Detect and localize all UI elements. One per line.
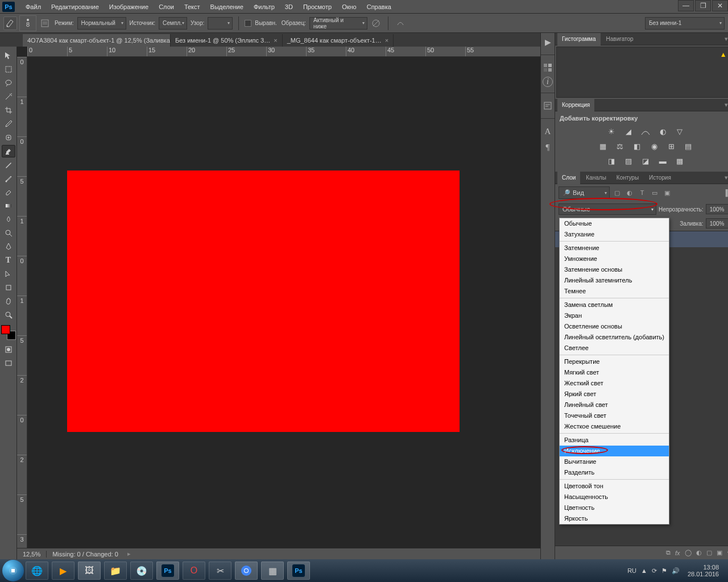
blend-mode-option[interactable]: Линейный затемнитель xyxy=(560,275,669,286)
blend-mode-option[interactable]: Цветность xyxy=(560,502,669,513)
mode-dropdown[interactable]: Нормальный xyxy=(77,17,126,30)
type-tool[interactable]: T xyxy=(2,254,15,267)
play-icon[interactable]: ▶ xyxy=(541,35,555,49)
tray-volume-icon[interactable]: 🔊 xyxy=(672,567,680,575)
info-icon[interactable]: i xyxy=(543,77,553,87)
photo-filter-icon[interactable]: ◉ xyxy=(648,141,660,151)
taskbar-ps2[interactable]: Ps xyxy=(287,562,310,580)
blend-mode-option[interactable]: Затухание xyxy=(560,229,669,240)
document-tab[interactable]: _MG_8644 как смарт-объект-1… × xyxy=(283,34,394,47)
bw-icon[interactable]: ◧ xyxy=(631,141,643,151)
blend-mode-option[interactable]: Цветовой тон xyxy=(560,481,669,492)
blend-mode-option[interactable]: Разделить xyxy=(560,467,669,478)
taskbar-photo[interactable]: 🖼 xyxy=(78,562,101,580)
taskbar-snip[interactable]: ✂ xyxy=(209,562,231,580)
document-tab[interactable]: 4O7A3804 как смарт-объект-1 @ 12,5% (Зал… xyxy=(23,34,171,47)
navigator-tab[interactable]: Навигатор xyxy=(602,33,638,45)
blend-mode-option[interactable]: Обычные xyxy=(560,218,669,229)
layer-filter-dropdown[interactable]: 🔎Вид xyxy=(559,186,610,199)
path-select-tool[interactable] xyxy=(2,268,15,280)
paths-tab[interactable]: Контуры xyxy=(612,172,643,184)
crop-tool[interactable] xyxy=(2,104,15,117)
taskbar-disc[interactable]: 💿 xyxy=(130,562,153,580)
fill-value[interactable]: 100% xyxy=(706,218,728,228)
eraser-tool[interactable] xyxy=(2,186,15,198)
history-brush-tool[interactable] xyxy=(2,172,15,185)
pattern-dropdown[interactable] xyxy=(208,17,233,30)
pen-tool[interactable] xyxy=(2,240,15,253)
menu-edit[interactable]: Редактирование xyxy=(46,0,104,14)
blend-mode-option[interactable]: Мягкий свет xyxy=(560,367,669,378)
pressure-icon[interactable] xyxy=(394,17,407,30)
sample-dropdown[interactable]: Активный и ниже xyxy=(309,17,367,30)
brush-size-preview[interactable]: 8 xyxy=(19,15,36,31)
history-tab[interactable]: История xyxy=(644,172,676,184)
paragraph-icon[interactable]: ¶ xyxy=(541,140,555,154)
blend-mode-option[interactable]: Исключение xyxy=(560,446,669,456)
shape-tool[interactable] xyxy=(2,281,15,294)
filter-smart-icon[interactable]: ▣ xyxy=(662,188,672,198)
opacity-value[interactable]: 100% xyxy=(706,204,728,214)
gradient-tool[interactable] xyxy=(2,199,15,212)
marquee-tool[interactable] xyxy=(2,63,15,76)
blend-mode-option[interactable]: Линейный свет xyxy=(560,400,669,410)
ignore-adjust-icon[interactable] xyxy=(370,17,382,30)
channel-mixer-icon[interactable]: ⊞ xyxy=(665,141,677,151)
eyedropper-tool[interactable] xyxy=(2,118,15,130)
blend-mode-option[interactable]: Светлее xyxy=(560,343,669,354)
blend-mode-option[interactable]: Разница xyxy=(560,435,669,446)
blend-mode-option[interactable]: Жесткий свет xyxy=(560,378,669,389)
menu-file[interactable]: Файл xyxy=(20,0,46,14)
blend-mode-option[interactable]: Вычитание xyxy=(560,456,669,467)
blend-mode-option[interactable]: Жесткое смешение xyxy=(560,421,669,432)
window-close-button[interactable]: ✕ xyxy=(712,0,728,11)
properties-icon[interactable] xyxy=(541,99,555,113)
menu-window[interactable]: Окно xyxy=(337,0,362,14)
taskbar-chrome[interactable] xyxy=(235,562,258,580)
brightness-icon[interactable]: ☀ xyxy=(606,126,617,136)
workspace-dropdown[interactable]: Без имени-1 xyxy=(645,17,725,30)
menu-3d[interactable]: 3D xyxy=(280,0,298,14)
taskbar-opera[interactable]: O xyxy=(183,562,205,580)
blend-mode-option[interactable]: Затемнение xyxy=(560,243,669,253)
color-swatches[interactable] xyxy=(1,325,16,340)
posterize-icon[interactable]: ▨ xyxy=(623,156,634,166)
swatches-icon[interactable] xyxy=(541,61,555,74)
menu-view[interactable]: Просмотр xyxy=(298,0,337,14)
blend-mode-option[interactable]: Умножение xyxy=(560,253,669,264)
lasso-tool[interactable] xyxy=(2,77,15,89)
menu-filter[interactable]: Фильтр xyxy=(249,0,280,14)
blend-mode-option[interactable]: Яркий свет xyxy=(560,389,669,400)
zoom-value[interactable]: 12,5% xyxy=(17,551,46,558)
group-icon[interactable]: ▢ xyxy=(706,549,712,556)
canvas-area[interactable]: 0510152025303540455055 0105101520253035 … xyxy=(17,47,540,559)
character-icon[interactable]: A xyxy=(541,124,555,138)
blend-mode-option[interactable]: Осветление основы xyxy=(560,321,669,332)
filter-pixel-icon[interactable]: ▢ xyxy=(612,188,622,198)
dodge-tool[interactable] xyxy=(2,227,15,239)
blend-mode-option[interactable]: Перекрытие xyxy=(560,356,669,367)
menu-text[interactable]: Текст xyxy=(179,0,205,14)
magic-wand-tool[interactable] xyxy=(2,90,15,103)
tray-up-icon[interactable]: ▲ xyxy=(641,567,647,574)
start-button[interactable] xyxy=(2,560,24,581)
invert-icon[interactable]: ◨ xyxy=(606,156,617,166)
mask-icon[interactable]: ◯ xyxy=(685,549,692,556)
window-restore-button[interactable]: ❐ xyxy=(695,0,711,11)
move-tool[interactable] xyxy=(2,49,15,62)
taskbar-app[interactable]: ▦ xyxy=(261,562,284,580)
filter-type-icon[interactable]: T xyxy=(637,188,647,198)
blend-mode-option[interactable]: Замена светлым xyxy=(560,300,669,310)
filter-shape-icon[interactable]: ▭ xyxy=(650,188,660,198)
gradient-map-icon[interactable]: ▬ xyxy=(657,156,668,166)
blend-mode-option[interactable]: Точечный свет xyxy=(560,410,669,421)
levels-icon[interactable]: ◢ xyxy=(623,126,634,136)
hand-tool[interactable] xyxy=(2,295,15,307)
brush-settings-icon[interactable] xyxy=(39,17,51,30)
aligned-checkbox[interactable] xyxy=(245,20,251,27)
window-minimize-button[interactable]: — xyxy=(678,0,694,11)
curves-icon[interactable] xyxy=(640,126,651,136)
clone-stamp-tool[interactable] xyxy=(2,145,15,157)
chevron-right-icon[interactable]: ▸ xyxy=(124,550,134,558)
canvas-image[interactable] xyxy=(67,171,460,432)
